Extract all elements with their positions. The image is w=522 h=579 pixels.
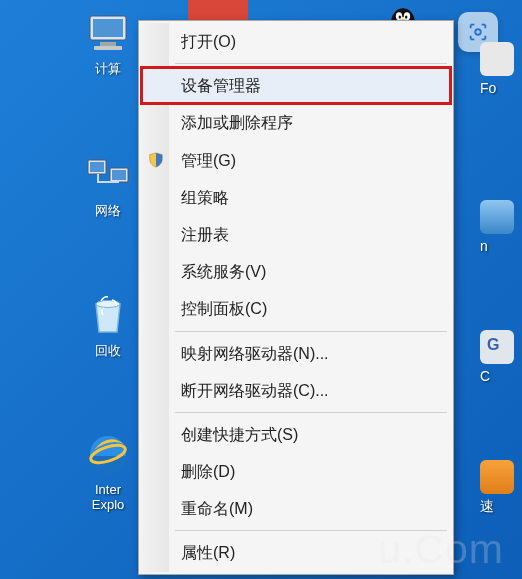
menu-item-map-drive[interactable]: 映射网络驱动器(N)... (141, 335, 451, 372)
menu-item-label: 控制面板(C) (181, 300, 267, 317)
menu-separator (175, 63, 447, 64)
desktop-icon-recycle-bin[interactable]: 回收 (68, 290, 148, 360)
menu-item-label: 设备管理器 (181, 77, 261, 94)
svg-rect-10 (100, 42, 116, 46)
desktop-icon-label: 网络 (68, 202, 148, 220)
network-icon (84, 150, 132, 198)
menu-item-rename[interactable]: 重命名(M) (141, 490, 451, 527)
menu-separator (175, 331, 447, 332)
desktop-icon-label: 计算 (68, 60, 148, 78)
menu-item-create-shortcut[interactable]: 创建快捷方式(S) (141, 416, 451, 453)
watermark: u.Com (378, 526, 504, 573)
right-icon-label: C (480, 368, 522, 384)
right-icon-1[interactable]: Fo (480, 42, 522, 96)
right-icon-3[interactable]: G C (480, 330, 522, 384)
right-icon-4[interactable]: 速 (480, 460, 522, 516)
folder-icon (480, 42, 514, 76)
svg-point-5 (405, 15, 407, 18)
menu-item-control-panel[interactable]: 控制面板(C) (141, 290, 451, 327)
desktop-icon-label: Inter Explo (68, 482, 148, 512)
app-icon (480, 200, 514, 234)
app-icon: G (480, 330, 514, 364)
menu-item-label: 管理(G) (181, 152, 236, 169)
svg-rect-9 (93, 19, 123, 37)
menu-item-label: 添加或删除程序 (181, 114, 293, 131)
shield-icon (147, 151, 165, 169)
svg-rect-11 (94, 46, 122, 50)
menu-item-label: 删除(D) (181, 463, 235, 480)
menu-item-label: 创建快捷方式(S) (181, 426, 298, 443)
menu-item-registry[interactable]: 注册表 (141, 216, 451, 253)
menu-item-delete[interactable]: 删除(D) (141, 453, 451, 490)
computer-icon (84, 8, 132, 56)
svg-rect-15 (112, 170, 126, 180)
menu-item-label: 打开(O) (181, 33, 236, 50)
menu-item-group-policy[interactable]: 组策略 (141, 179, 451, 216)
context-menu: 打开(O) 设备管理器 添加或删除程序 管理(G) 组策略 注册表 系统服务(V… (138, 20, 454, 575)
right-icon-label: Fo (480, 80, 522, 96)
right-icon-2[interactable]: n (480, 200, 522, 254)
svg-point-7 (475, 29, 481, 35)
menu-item-device-manager[interactable]: 设备管理器 (141, 67, 451, 104)
menu-item-open[interactable]: 打开(O) (141, 23, 451, 60)
menu-item-label: 断开网络驱动器(C)... (181, 382, 329, 399)
menu-item-label: 组策略 (181, 189, 229, 206)
menu-item-manage[interactable]: 管理(G) (141, 142, 451, 179)
desktop-icon-network[interactable]: 网络 (68, 150, 148, 220)
desktop-icon-computer[interactable]: 计算 (68, 8, 148, 78)
menu-item-label: 属性(R) (181, 544, 235, 561)
menu-item-add-remove-programs[interactable]: 添加或删除程序 (141, 104, 451, 141)
desktop-icon-ie[interactable]: Inter Explo (68, 430, 148, 512)
ie-icon (84, 430, 132, 478)
menu-item-label: 注册表 (181, 226, 229, 243)
menu-item-system-services[interactable]: 系统服务(V) (141, 253, 451, 290)
svg-rect-13 (90, 162, 104, 172)
svg-point-4 (399, 15, 401, 18)
menu-separator (175, 412, 447, 413)
app-icon (480, 460, 514, 494)
menu-item-label: 系统服务(V) (181, 263, 266, 280)
recycle-bin-icon (84, 290, 132, 338)
right-icon-label: 速 (480, 498, 522, 516)
menu-item-label: 重命名(M) (181, 500, 253, 517)
desktop-icon-label: 回收 (68, 342, 148, 360)
menu-item-disconnect-drive[interactable]: 断开网络驱动器(C)... (141, 372, 451, 409)
right-icon-label: n (480, 238, 522, 254)
crop-icon (467, 21, 489, 43)
menu-item-label: 映射网络驱动器(N)... (181, 345, 329, 362)
